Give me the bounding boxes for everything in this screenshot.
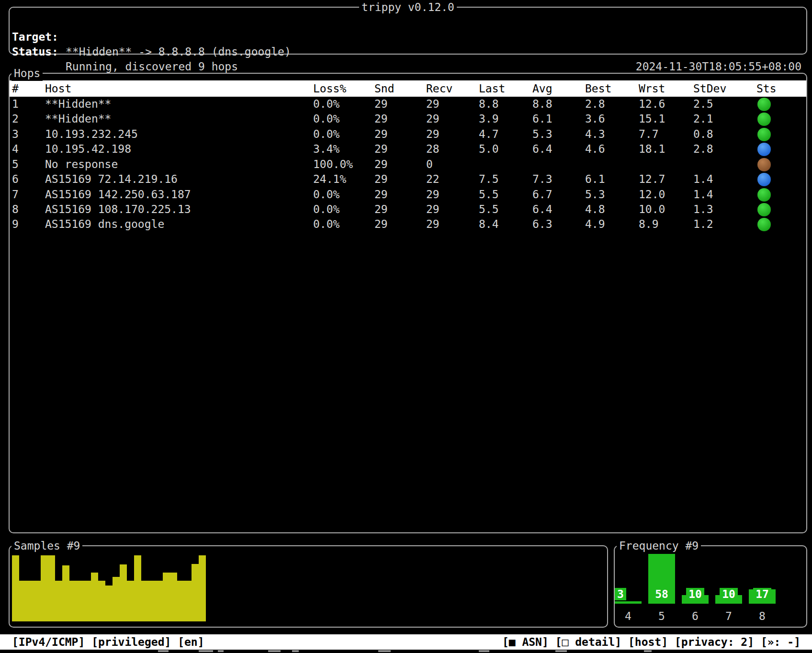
hop-row[interactable]: 310.193.232.2450.0%29294.75.34.37.70.8 — [10, 127, 806, 142]
hop-avg: 5.3 — [532, 127, 553, 142]
hop-last: 7.5 — [479, 172, 499, 187]
hop-best: 4.3 — [585, 127, 605, 142]
sample-bar — [19, 581, 26, 621]
status-line: Status: Running, discovered 9 hops help … — [10, 30, 806, 45]
hop-row[interactable]: 8AS15169 108.170.225.130.0%29295.56.44.8… — [10, 202, 806, 217]
hop-snd: 29 — [374, 127, 388, 142]
sample-bar — [26, 581, 34, 621]
hop-avg: 6.4 — [532, 202, 553, 217]
hop-avg: 7.3 — [532, 172, 553, 187]
hop-snd: 29 — [374, 97, 388, 112]
hop-num: 9 — [12, 217, 19, 232]
sample-bar — [69, 581, 77, 621]
hop-stdev: 2.1 — [693, 112, 713, 126]
sample-bar — [84, 581, 91, 621]
frequency-bar-value: 17 — [749, 587, 776, 602]
hop-wrst: 15.1 — [639, 112, 665, 126]
status-bar: [IPv4/ICMP] [privileged] [en] [■ ASN] [□… — [0, 634, 812, 650]
hop-best: 5.3 — [585, 187, 605, 202]
hop-row[interactable]: 410.195.42.1983.4%29285.06.44.618.12.8 — [10, 142, 806, 157]
column-header-host: Host — [45, 80, 71, 97]
frequency-axis-label: 7 — [715, 609, 742, 624]
hop-row[interactable]: 1**Hidden**0.0%29298.88.82.812.62.5 — [10, 97, 806, 112]
hop-wrst: 12.7 — [639, 172, 665, 187]
clipped-text-artifacts — [0, 650, 812, 653]
hop-status-dot — [757, 158, 771, 171]
hop-num: 8 — [12, 202, 19, 217]
samples-panel: Samples #9 — [9, 545, 608, 628]
sample-bar — [41, 555, 48, 621]
hop-row[interactable]: 6AS15169 72.14.219.1624.1%29227.57.36.11… — [10, 172, 806, 187]
frequency-bar-value: 10 — [715, 587, 742, 602]
hop-host: 10.193.232.245 — [45, 127, 138, 142]
frequency-axis-label: 5 — [648, 609, 675, 624]
frequency-bar-value: 3 — [615, 587, 642, 602]
hop-recv: 22 — [426, 172, 440, 187]
hop-recv: 29 — [426, 127, 440, 142]
sample-bar — [113, 577, 120, 621]
hop-status-dot — [757, 188, 771, 202]
hop-snd: 29 — [374, 217, 388, 232]
sample-bar — [34, 581, 41, 621]
column-header-wrst: Wrst — [639, 80, 665, 97]
target-line: Target: **Hidden** -> 8.8.8.8 (dns.googl… — [10, 15, 806, 30]
hop-host: AS15169 dns.google — [45, 217, 164, 232]
hop-last: 4.7 — [479, 127, 499, 142]
hops-table-body: 1**Hidden**0.0%29298.88.82.812.62.52**Hi… — [10, 97, 806, 232]
sample-bar — [48, 555, 55, 621]
hop-host: **Hidden** — [45, 112, 111, 126]
hop-row[interactable]: 2**Hidden**0.0%29293.96.13.615.12.1 — [10, 112, 806, 126]
hop-num: 5 — [12, 157, 19, 172]
hop-last: 5.5 — [479, 202, 499, 217]
frequency-bar-value: 10 — [682, 587, 709, 602]
target-value: **Hidden** -> 8.8.8.8 (dns.google) — [66, 45, 291, 59]
status-value: Running, discovered 9 hops — [66, 59, 238, 74]
sample-bar — [91, 573, 98, 621]
hop-loss: 0.0% — [313, 97, 339, 112]
sample-bar — [62, 565, 69, 621]
hop-recv: 28 — [426, 142, 440, 157]
sample-bar — [199, 555, 206, 621]
hop-status-dot — [757, 173, 771, 186]
sample-bar — [12, 555, 19, 621]
column-header-avg: Avg — [532, 80, 553, 97]
hop-loss: 0.0% — [313, 127, 339, 142]
hops-panel: Hops # Host Loss% Snd Recv Last Avg Best… — [9, 73, 807, 533]
hop-wrst: 7.7 — [639, 127, 659, 142]
hop-wrst: 12.6 — [639, 97, 665, 112]
samples-chart — [12, 550, 206, 621]
hop-status-dot — [757, 218, 771, 231]
hop-avg: 6.4 — [532, 142, 553, 157]
hop-recv: 29 — [426, 217, 440, 232]
hop-loss: 3.4% — [313, 142, 339, 157]
hop-recv: 0 — [426, 157, 433, 172]
column-header-snd: Snd — [374, 80, 395, 97]
column-header-recv: Recv — [426, 80, 452, 97]
hop-stdev: 0.8 — [693, 127, 713, 142]
app-title: trippy v0.12.0 — [359, 0, 457, 15]
hop-num: 3 — [12, 127, 19, 142]
hop-host: AS15169 142.250.63.187 — [45, 187, 191, 202]
hop-host: AS15169 108.170.225.13 — [45, 202, 191, 217]
hop-loss: 24.1% — [313, 172, 346, 187]
hop-stdev: 1.3 — [693, 202, 713, 217]
hop-host: AS15169 72.14.219.16 — [45, 172, 178, 187]
hop-row[interactable]: 9AS15169 dns.google0.0%29298.46.34.98.91… — [10, 217, 806, 232]
sample-bar — [55, 581, 62, 621]
hop-num: 4 — [12, 142, 19, 157]
hop-stdev: 1.2 — [693, 217, 713, 232]
hops-panel-title: Hops — [11, 66, 43, 81]
sample-bar — [163, 573, 170, 621]
hop-row[interactable]: 5No response100.0%290 — [10, 157, 806, 172]
hop-last: 5.5 — [479, 187, 499, 202]
hop-num: 2 — [12, 112, 19, 126]
hop-recv: 29 — [426, 97, 440, 112]
sample-bar — [120, 564, 127, 621]
hop-avg: 6.1 — [532, 112, 553, 126]
sample-bar — [127, 581, 134, 621]
hop-row[interactable]: 7AS15169 142.250.63.1870.0%29295.56.75.3… — [10, 187, 806, 202]
hop-wrst: 12.0 — [639, 187, 665, 202]
hop-avg: 6.3 — [532, 217, 553, 232]
hop-best: 2.8 — [585, 97, 605, 112]
hop-best: 4.6 — [585, 142, 605, 157]
